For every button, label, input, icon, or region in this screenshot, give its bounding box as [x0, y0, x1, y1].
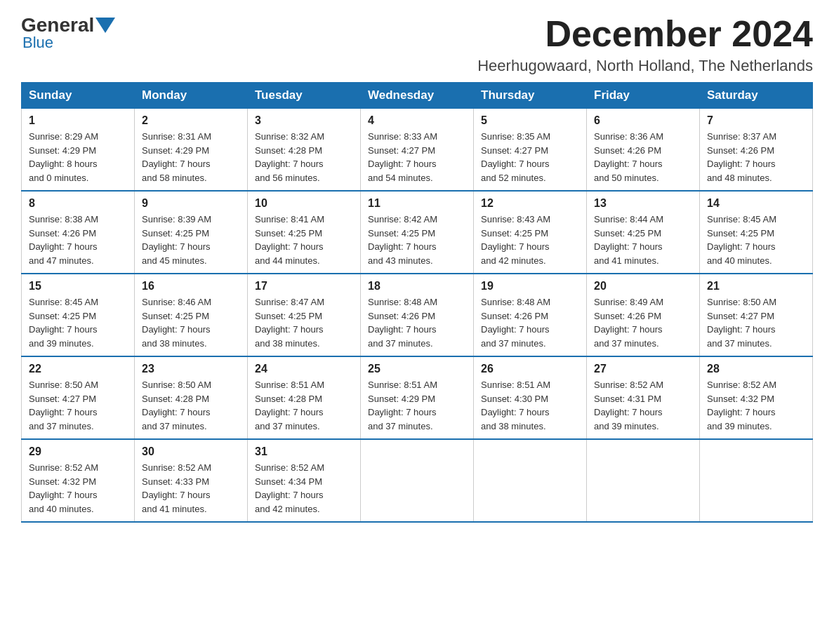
- day-number: 6: [594, 114, 692, 127]
- header-friday: Friday: [587, 83, 700, 109]
- day-number: 4: [368, 114, 466, 127]
- day-number: 21: [707, 280, 805, 293]
- day-number: 3: [255, 114, 353, 127]
- day-number: 14: [707, 197, 805, 210]
- calendar-cell: 22 Sunrise: 8:50 AMSunset: 4:27 PMDaylig…: [22, 356, 135, 439]
- location-subtitle: Heerhugowaard, North Holland, The Nether…: [477, 57, 813, 75]
- day-info: Sunrise: 8:41 AMSunset: 4:25 PMDaylight:…: [255, 214, 324, 266]
- day-info: Sunrise: 8:39 AMSunset: 4:25 PMDaylight:…: [142, 214, 211, 266]
- day-info: Sunrise: 8:31 AMSunset: 4:29 PMDaylight:…: [142, 131, 211, 183]
- calendar-cell: 30 Sunrise: 8:52 AMSunset: 4:33 PMDaylig…: [135, 439, 248, 522]
- day-info: Sunrise: 8:51 AMSunset: 4:28 PMDaylight:…: [255, 380, 324, 431]
- day-number: 10: [255, 197, 353, 210]
- day-info: Sunrise: 8:38 AMSunset: 4:26 PMDaylight:…: [29, 214, 98, 266]
- calendar-cell: 19 Sunrise: 8:48 AMSunset: 4:26 PMDaylig…: [474, 274, 587, 356]
- day-number: 31: [255, 445, 353, 458]
- day-number: 20: [594, 280, 692, 293]
- calendar-cell: 21 Sunrise: 8:50 AMSunset: 4:27 PMDaylig…: [700, 274, 813, 356]
- day-info: Sunrise: 8:50 AMSunset: 4:27 PMDaylight:…: [707, 297, 776, 349]
- calendar-cell: 13 Sunrise: 8:44 AMSunset: 4:25 PMDaylig…: [587, 191, 700, 274]
- page-header: General Blue December 2024 Heerhugowaard…: [21, 14, 813, 75]
- day-info: Sunrise: 8:33 AMSunset: 4:27 PMDaylight:…: [368, 131, 437, 183]
- day-info: Sunrise: 8:48 AMSunset: 4:26 PMDaylight:…: [368, 297, 437, 349]
- calendar-week-row: 22 Sunrise: 8:50 AMSunset: 4:27 PMDaylig…: [22, 356, 813, 439]
- header-wednesday: Wednesday: [361, 83, 474, 109]
- day-number: 5: [481, 114, 579, 127]
- calendar-cell: 12 Sunrise: 8:43 AMSunset: 4:25 PMDaylig…: [474, 191, 587, 274]
- logo-triangle-icon: [95, 18, 115, 33]
- calendar-week-row: 29 Sunrise: 8:52 AMSunset: 4:32 PMDaylig…: [22, 439, 813, 522]
- calendar-cell: 7 Sunrise: 8:37 AMSunset: 4:26 PMDayligh…: [700, 109, 813, 192]
- calendar-cell: [587, 439, 700, 522]
- day-number: 24: [255, 363, 353, 375]
- day-number: 8: [29, 197, 127, 210]
- calendar-cell: 9 Sunrise: 8:39 AMSunset: 4:25 PMDayligh…: [135, 191, 248, 274]
- day-info: Sunrise: 8:36 AMSunset: 4:26 PMDaylight:…: [594, 131, 663, 183]
- day-info: Sunrise: 8:47 AMSunset: 4:25 PMDaylight:…: [255, 297, 324, 349]
- day-number: 18: [368, 280, 466, 293]
- calendar-cell: 23 Sunrise: 8:50 AMSunset: 4:28 PMDaylig…: [135, 356, 248, 439]
- calendar-table: SundayMondayTuesdayWednesdayThursdayFrid…: [21, 82, 813, 523]
- day-info: Sunrise: 8:37 AMSunset: 4:26 PMDaylight:…: [707, 131, 776, 183]
- calendar-cell: 27 Sunrise: 8:52 AMSunset: 4:31 PMDaylig…: [587, 356, 700, 439]
- day-number: 16: [142, 280, 240, 293]
- day-info: Sunrise: 8:52 AMSunset: 4:31 PMDaylight:…: [594, 380, 663, 431]
- title-section: December 2024 Heerhugowaard, North Holla…: [477, 14, 813, 75]
- calendar-header-row: SundayMondayTuesdayWednesdayThursdayFrid…: [22, 83, 813, 109]
- calendar-cell: 8 Sunrise: 8:38 AMSunset: 4:26 PMDayligh…: [22, 191, 135, 274]
- day-info: Sunrise: 8:52 AMSunset: 4:33 PMDaylight:…: [142, 462, 211, 514]
- calendar-cell: 10 Sunrise: 8:41 AMSunset: 4:25 PMDaylig…: [248, 191, 361, 274]
- day-number: 25: [368, 363, 466, 375]
- calendar-cell: 20 Sunrise: 8:49 AMSunset: 4:26 PMDaylig…: [587, 274, 700, 356]
- day-number: 17: [255, 280, 353, 293]
- calendar-cell: 31 Sunrise: 8:52 AMSunset: 4:34 PMDaylig…: [248, 439, 361, 522]
- calendar-cell: 28 Sunrise: 8:52 AMSunset: 4:32 PMDaylig…: [700, 356, 813, 439]
- header-sunday: Sunday: [22, 83, 135, 109]
- day-number: 11: [368, 197, 466, 210]
- calendar-cell: 25 Sunrise: 8:51 AMSunset: 4:29 PMDaylig…: [361, 356, 474, 439]
- day-number: 28: [707, 363, 805, 375]
- calendar-cell: [474, 439, 587, 522]
- calendar-week-row: 15 Sunrise: 8:45 AMSunset: 4:25 PMDaylig…: [22, 274, 813, 356]
- calendar-week-row: 8 Sunrise: 8:38 AMSunset: 4:26 PMDayligh…: [22, 191, 813, 274]
- header-saturday: Saturday: [700, 83, 813, 109]
- day-info: Sunrise: 8:35 AMSunset: 4:27 PMDaylight:…: [481, 131, 550, 183]
- day-info: Sunrise: 8:52 AMSunset: 4:34 PMDaylight:…: [255, 462, 324, 514]
- day-info: Sunrise: 8:50 AMSunset: 4:27 PMDaylight:…: [29, 380, 98, 431]
- day-info: Sunrise: 8:46 AMSunset: 4:25 PMDaylight:…: [142, 297, 211, 349]
- logo: General Blue: [21, 14, 117, 52]
- day-number: 30: [142, 445, 240, 458]
- day-info: Sunrise: 8:52 AMSunset: 4:32 PMDaylight:…: [707, 380, 776, 431]
- day-info: Sunrise: 8:51 AMSunset: 4:29 PMDaylight:…: [368, 380, 437, 431]
- day-info: Sunrise: 8:45 AMSunset: 4:25 PMDaylight:…: [707, 214, 776, 266]
- day-number: 15: [29, 280, 127, 293]
- calendar-cell: 16 Sunrise: 8:46 AMSunset: 4:25 PMDaylig…: [135, 274, 248, 356]
- day-number: 23: [142, 363, 240, 375]
- header-thursday: Thursday: [474, 83, 587, 109]
- day-number: 13: [594, 197, 692, 210]
- day-info: Sunrise: 8:51 AMSunset: 4:30 PMDaylight:…: [481, 380, 550, 431]
- calendar-cell: 15 Sunrise: 8:45 AMSunset: 4:25 PMDaylig…: [22, 274, 135, 356]
- day-info: Sunrise: 8:49 AMSunset: 4:26 PMDaylight:…: [594, 297, 663, 349]
- header-monday: Monday: [135, 83, 248, 109]
- calendar-cell: 3 Sunrise: 8:32 AMSunset: 4:28 PMDayligh…: [248, 109, 361, 192]
- day-number: 2: [142, 114, 240, 127]
- calendar-week-row: 1 Sunrise: 8:29 AMSunset: 4:29 PMDayligh…: [22, 109, 813, 192]
- day-number: 22: [29, 363, 127, 375]
- calendar-cell: 24 Sunrise: 8:51 AMSunset: 4:28 PMDaylig…: [248, 356, 361, 439]
- day-number: 29: [29, 445, 127, 458]
- logo-blue-text: Blue: [22, 34, 53, 52]
- calendar-cell: 6 Sunrise: 8:36 AMSunset: 4:26 PMDayligh…: [587, 109, 700, 192]
- calendar-cell: 14 Sunrise: 8:45 AMSunset: 4:25 PMDaylig…: [700, 191, 813, 274]
- day-number: 27: [594, 363, 692, 375]
- calendar-cell: 17 Sunrise: 8:47 AMSunset: 4:25 PMDaylig…: [248, 274, 361, 356]
- day-number: 9: [142, 197, 240, 210]
- calendar-cell: 11 Sunrise: 8:42 AMSunset: 4:25 PMDaylig…: [361, 191, 474, 274]
- calendar-cell: 5 Sunrise: 8:35 AMSunset: 4:27 PMDayligh…: [474, 109, 587, 192]
- calendar-cell: 2 Sunrise: 8:31 AMSunset: 4:29 PMDayligh…: [135, 109, 248, 192]
- day-info: Sunrise: 8:44 AMSunset: 4:25 PMDaylight:…: [594, 214, 663, 266]
- day-info: Sunrise: 8:50 AMSunset: 4:28 PMDaylight:…: [142, 380, 211, 431]
- calendar-cell: 18 Sunrise: 8:48 AMSunset: 4:26 PMDaylig…: [361, 274, 474, 356]
- month-title: December 2024: [477, 14, 813, 54]
- day-info: Sunrise: 8:52 AMSunset: 4:32 PMDaylight:…: [29, 462, 98, 514]
